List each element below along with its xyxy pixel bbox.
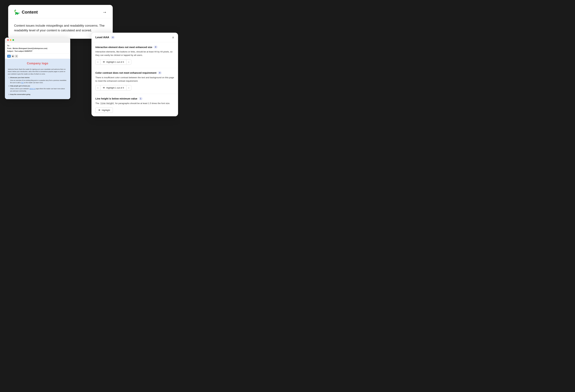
highlight-2-prev-button[interactable]: ‹ [96, 85, 100, 90]
list-item-1-link[interactable]: link [21, 82, 24, 83]
toolbar-play-btn[interactable]: ▶ [11, 55, 14, 58]
list-item-3-title: Keep the conversation going [10, 93, 67, 95]
window-maximize-dot [12, 39, 14, 41]
issue-1-highlight-nav: ‹ 👁 Highlight 1 out of 4 › [96, 59, 131, 65]
email-meta: To : From : Morten Østergaard (moni@site… [5, 43, 70, 54]
list-item-1-title: Showcase your best stories [10, 76, 67, 79]
content-title-text: Content [22, 10, 38, 15]
code-line-height: line-height [100, 102, 115, 105]
highlight-2-label: 👁 Highlight 1 out of 4 [100, 85, 126, 90]
eye-icon: 👁 [103, 61, 105, 63]
email-toolbar: S ▶ ✕ [5, 54, 70, 59]
accessibility-panel: Level AAA 4 ∧ Interactive element does n… [92, 33, 178, 116]
issue-3-title: Line height is below minimum value 1 [96, 97, 174, 100]
issue-3-description: The line-height for paragraphs should be… [96, 102, 174, 105]
highlight-2-text: Highlight 1 out of 4 [106, 87, 124, 89]
content-icon: 🦕 [14, 9, 20, 15]
issue-2-title: Color contrast does not meet enhanced re… [96, 71, 174, 74]
subject-value: Test subject HUBSPOT [15, 50, 32, 52]
highlight-3-text: Highlight [102, 109, 110, 111]
email-preview-content: Welcome friend, thank the reader for sig… [5, 68, 70, 99]
issue-1-title: Interactive element does not meet enhanc… [96, 46, 174, 48]
list-item-2-link[interactable]: about us [30, 88, 35, 90]
issue-2-description: There is insufficient color contrast bet… [96, 76, 174, 83]
issue-2-highlight-nav: ‹ 👁 Highlight 1 out of 4 › [96, 85, 131, 91]
list-item: Help people get to know you Share a link… [10, 85, 67, 92]
issue-1-description: Interactive elements, like buttons or li… [96, 50, 174, 57]
content-card-title: 🦕 Content [14, 9, 38, 15]
email-intro: Welcome friend, thank the reader for sig… [8, 68, 67, 75]
email-preview-body: Company logo Welcome friend, thank the r… [5, 59, 70, 99]
content-description: Content issues include misspellings and … [14, 23, 107, 33]
email-window-bar [5, 38, 70, 43]
email-preview-card: To : From : Morten Østergaard (moni@site… [5, 38, 70, 99]
toolbar-close-btn[interactable]: ✕ [15, 55, 18, 58]
email-list: Showcase your best stories Give an overv… [8, 76, 67, 95]
collapse-button[interactable]: ∧ [172, 36, 174, 39]
content-arrow-button[interactable]: → [102, 10, 107, 15]
issue-2-badge: 4 [158, 71, 162, 74]
highlight-solo-button[interactable]: 👁 Highlight [96, 108, 113, 113]
issue-interactive-size: Interactive element does not meet enhanc… [92, 42, 178, 68]
window-close-dot [7, 39, 9, 41]
from-label: From : [7, 47, 12, 49]
issue-line-height: Line height is below minimum value 1 The… [92, 94, 178, 116]
highlight-2-next-button[interactable]: › [126, 85, 131, 90]
level-badge: 4 [111, 36, 115, 39]
level-title: Level AAA 4 [96, 36, 115, 39]
from-value: Morten Østergaard (moni@siteimprove.com) [13, 47, 47, 49]
list-item-2-title: Help people get to know you [10, 85, 67, 87]
toolbar-s-icon: S [7, 55, 11, 58]
highlight-1-text: Highlight 1 out of 4 [106, 61, 124, 63]
level-header: Level AAA 4 ∧ [92, 33, 178, 42]
list-item: Keep the conversation going [10, 93, 67, 95]
issue-1-title-text: Interactive element does not meet enhanc… [96, 46, 152, 48]
subject-label: Subject : [7, 50, 14, 52]
eye-icon-2: 👁 [103, 86, 105, 89]
level-label: Level AAA [96, 36, 109, 39]
issue-color-contrast: Color contrast does not meet enhanced re… [92, 68, 178, 94]
highlight-next-button[interactable]: › [126, 59, 131, 64]
issue-3-badge: 1 [139, 97, 143, 100]
highlight-1-label: 👁 Highlight 1 out of 4 [100, 59, 126, 65]
highlight-prev-button[interactable]: ‹ [96, 59, 100, 64]
eye-icon-3: 👁 [98, 109, 101, 112]
list-item: Showcase your best stories Give an overv… [10, 76, 67, 84]
to-label: To : [7, 45, 10, 46]
window-minimize-dot [10, 39, 11, 41]
issue-1-badge: 4 [154, 46, 158, 48]
content-card-header: 🦕 Content → [8, 5, 113, 18]
issue-3-title-text: Line height is below minimum value [96, 97, 137, 100]
issue-2-title-text: Color contrast does not meet enhanced re… [96, 71, 156, 74]
company-logo: Company logo [5, 59, 70, 68]
